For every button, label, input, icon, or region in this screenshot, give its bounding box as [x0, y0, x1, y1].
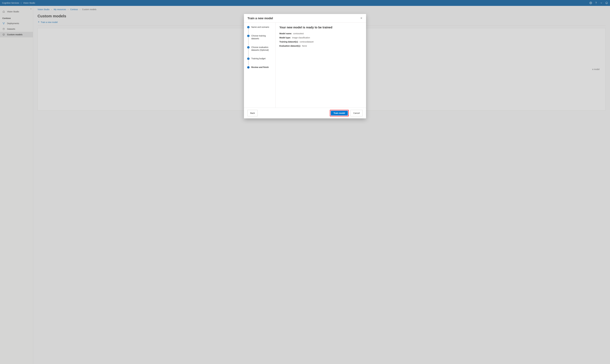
- review-model-name: Model name: contosotest: [279, 32, 362, 35]
- step-label: Name and scenario: [251, 26, 269, 28]
- dialog-header: Train a new model: [244, 14, 366, 23]
- review-model-type: Model type: Image classification: [279, 37, 362, 39]
- review-label: Model type:: [279, 37, 291, 39]
- cancel-button[interactable]: Cancel: [350, 110, 362, 116]
- review-pane: Your new model is ready to be trained Mo…: [276, 23, 366, 108]
- wizard-step-evaluation-datasets[interactable]: Choose evaluation datasets (Optional): [247, 46, 274, 57]
- review-evaluation-datasets: Evaluation dataset(s): None: [279, 45, 362, 47]
- step-label: Training budget: [251, 57, 265, 60]
- review-value: contosodataset: [300, 40, 314, 43]
- wizard-step-name-scenario[interactable]: Name and scenario: [247, 26, 274, 34]
- review-value: None: [302, 45, 307, 47]
- train-model-dialog: Train a new model Name and scenario: [244, 14, 366, 118]
- step-done-icon: [247, 57, 250, 60]
- review-label: Evaluation dataset(s):: [279, 45, 301, 47]
- review-training-datasets: Training dataset(s): contosodataset: [279, 40, 362, 43]
- dialog-footer: Back Train model Cancel: [244, 108, 366, 118]
- highlight-annotation: Train model: [330, 110, 349, 116]
- review-value: contosotest: [293, 32, 304, 35]
- step-current-icon: [247, 66, 250, 68]
- step-done-icon: [247, 26, 250, 28]
- wizard-step-training-datasets[interactable]: Choose training datasets: [247, 34, 274, 46]
- wizard-step-review-finish[interactable]: Review and finish: [247, 66, 274, 69]
- wizard-step-training-budget[interactable]: Training budget: [247, 57, 274, 66]
- wizard-steps: Name and scenario Choose training datase…: [244, 23, 276, 108]
- train-model-button[interactable]: Train model: [331, 111, 348, 116]
- step-done-icon: [247, 46, 250, 49]
- step-label: Choose evaluation datasets (Optional): [251, 46, 274, 52]
- review-label: Training dataset(s):: [279, 40, 298, 43]
- close-icon[interactable]: [360, 17, 362, 20]
- dialog-title: Train a new model: [248, 17, 360, 20]
- step-label: Choose training datasets: [251, 34, 274, 40]
- review-headline: Your new model is ready to be trained: [279, 26, 362, 29]
- review-label: Model name:: [279, 32, 292, 35]
- back-button[interactable]: Back: [248, 110, 258, 116]
- step-done-icon: [247, 35, 250, 37]
- review-value: Image classification: [292, 37, 310, 39]
- step-label: Review and finish: [251, 66, 269, 69]
